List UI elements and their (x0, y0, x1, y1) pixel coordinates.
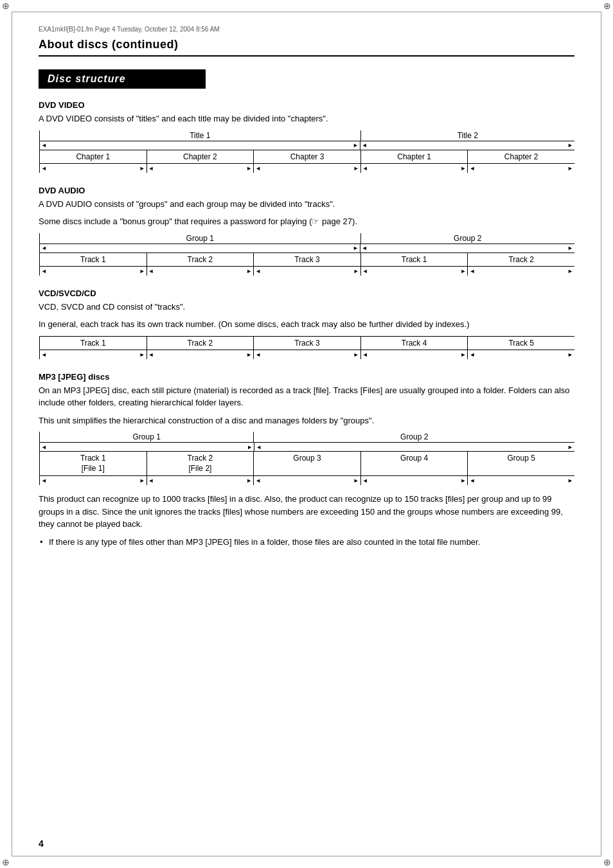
mp3-body1: On an MP3 [JPEG] disc, each still pictur… (39, 384, 574, 409)
mp3-group1-label: Group 1 (133, 432, 161, 441)
dvd-ch1-1: Chapter 1 (40, 150, 147, 163)
dvd-audio-group1-label: Group 1 (186, 234, 214, 243)
vcd-track3: Track 3 (254, 337, 361, 350)
vcd-title: VCD/SVCD/CD (39, 288, 574, 298)
subsection-dvd-audio: DVD AUDIO A DVD AUDIO consists of "group… (39, 186, 574, 276)
vcd-track4: Track 4 (361, 337, 468, 350)
dvd-video-title2-label: Title 2 (458, 131, 478, 140)
arr-l-c4: ◄ (362, 165, 368, 172)
file-info: EXA1mkII[B]-01.fm Page 4 Tuesday, Octobe… (39, 26, 574, 33)
mp3-diagram: Group 1 Group 2 ◄► ◄► (39, 432, 574, 485)
mp3-track1: Track 1[File 1] (40, 452, 147, 475)
dvd-ch2-1: Chapter 1 (361, 150, 468, 163)
vcd-body2: In general, each track has its own track… (39, 318, 574, 331)
subsection-dvd-video: DVD VIDEO A DVD VIDEO consists of "title… (39, 100, 574, 173)
arr-r-c4: ► (460, 165, 466, 172)
arrow-r-t1: ► (353, 142, 359, 148)
dvd-video-body: A DVD VIDEO consists of "titles" and eac… (39, 112, 574, 125)
section-banner: Disc structure (39, 69, 206, 89)
mp3-track2: Track 2[File 2] (147, 452, 254, 475)
mp3-bullet-item: If there is any type of files other than… (39, 536, 574, 549)
arr-l-c5: ◄ (469, 165, 475, 172)
audio-track1-1: Track 1 (40, 253, 147, 266)
audio-track2-1: Track 1 (361, 253, 468, 266)
audio-track1-2: Track 2 (147, 253, 254, 266)
arr-l-c2: ◄ (148, 165, 154, 172)
dvd-ch2-2: Chapter 2 (468, 150, 574, 163)
corner-mark-tr: ⊕ (601, 0, 613, 12)
dvd-audio-body1: A DVD AUDIO consists of "groups" and eac… (39, 198, 574, 211)
subsection-vcd: VCD/SVCD/CD VCD, SVCD and CD consist of … (39, 288, 574, 359)
mp3-group3: Group 3 (254, 452, 361, 475)
dvd-video-title1-label: Title 1 (190, 131, 210, 140)
arr-r-c3: ► (353, 165, 359, 172)
page-title: About discs (continued) (39, 38, 574, 51)
vcd-track2: Track 2 (147, 337, 254, 350)
arrow-l-t1: ◄ (41, 142, 47, 148)
corner-mark-bl: ⊕ (0, 856, 12, 868)
mp3-body2: This unit simplifies the hierarchical co… (39, 414, 574, 427)
dvd-ch1-2: Chapter 2 (147, 150, 254, 163)
mp3-body3: This product can recognize up to 1000 tr… (39, 493, 574, 531)
dvd-audio-diagram: Group 1 Group 2 ◄► ◄► (39, 233, 574, 276)
dvd-video-title: DVD VIDEO (39, 100, 574, 110)
mp3-group4: Group 4 (361, 452, 468, 475)
arr-l-c3: ◄ (255, 165, 261, 172)
vcd-body1: VCD, SVCD and CD consist of "tracks". (39, 301, 574, 314)
corner-mark-tl: ⊕ (0, 0, 12, 12)
corner-mark-br: ⊕ (601, 856, 613, 868)
audio-track2-2: Track 2 (468, 253, 574, 266)
arrow-r-t2: ► (567, 142, 573, 148)
arr-r-c5: ► (567, 165, 573, 172)
page-number: 4 (39, 838, 44, 849)
vcd-track5: Track 5 (468, 337, 574, 350)
arr-l-c1: ◄ (41, 165, 47, 172)
arrow-l-t2: ◄ (362, 142, 368, 148)
dvd-ch1-3: Chapter 3 (254, 150, 361, 163)
arr-r-c1: ► (139, 165, 145, 172)
dvd-audio-body2: Some discs include a "bonus group" that … (39, 215, 574, 228)
dvd-audio-title: DVD AUDIO (39, 186, 574, 195)
dvd-video-diagram: Title 1 Title 2 ◄ ► (39, 130, 574, 173)
mp3-title: MP3 [JPEG] discs (39, 372, 574, 382)
audio-track1-3: Track 3 (254, 253, 361, 266)
mp3-bullet-list: If there is any type of files other than… (39, 536, 574, 549)
vcd-track1: Track 1 (40, 337, 147, 350)
mp3-group5: Group 5 (468, 452, 574, 475)
arr-r-c2: ► (246, 165, 252, 172)
vcd-diagram: Track 1 Track 2 Track 3 Track 4 Track 5 … (39, 336, 574, 359)
page-title-bar: About discs (continued) (39, 38, 574, 57)
mp3-group2-label: Group 2 (400, 432, 428, 441)
subsection-mp3: MP3 [JPEG] discs On an MP3 [JPEG] disc, … (39, 372, 574, 549)
dvd-audio-group2-label: Group 2 (454, 234, 481, 243)
